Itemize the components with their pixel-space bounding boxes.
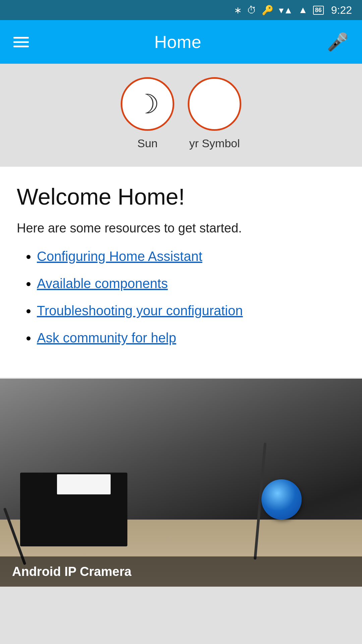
- community-link[interactable]: Ask community for help: [37, 330, 176, 345]
- widget-circles: ☽ Sun yr Symbol: [121, 77, 241, 150]
- status-icons: ∗ ⏱ 🔑 ▾▲ ▲ 86 9:22: [234, 4, 352, 16]
- list-item: Troubleshooting your configuration: [37, 303, 345, 318]
- sun-label: Sun: [137, 137, 158, 150]
- welcome-subtitle: Here are some resources to get started.: [17, 221, 345, 235]
- status-time: 9:22: [331, 4, 352, 16]
- camera-label: Android IP Cramera: [12, 565, 131, 579]
- sun-circle: ☽: [121, 77, 174, 131]
- camera-section: Android IP Cramera: [0, 379, 362, 587]
- configuring-link[interactable]: Configuring Home Assistant: [37, 249, 202, 264]
- black-box: [20, 473, 127, 546]
- app-title: Home: [154, 32, 201, 52]
- wifi-icon: ▾▲: [279, 5, 293, 16]
- camera-background: Android IP Cramera: [0, 379, 362, 587]
- hamburger-line-2: [13, 41, 29, 43]
- mic-icon[interactable]: 🎤: [327, 32, 349, 52]
- vpn-icon: 🔑: [262, 5, 274, 16]
- troubleshooting-link[interactable]: Troubleshooting your configuration: [37, 303, 243, 318]
- components-link[interactable]: Available components: [37, 276, 168, 291]
- list-item: Configuring Home Assistant: [37, 249, 345, 264]
- yr-label: yr Symbol: [189, 137, 240, 150]
- hamburger-line-1: [13, 37, 29, 39]
- welcome-card: Welcome Home! Here are some resources to…: [0, 167, 362, 378]
- sun-widget[interactable]: ☽ Sun: [121, 77, 174, 150]
- battery-icon: 86: [313, 6, 324, 15]
- list-item: Available components: [37, 276, 345, 291]
- yr-circle: [188, 77, 241, 131]
- bluetooth-icon: ∗: [234, 5, 242, 16]
- status-bar: ∗ ⏱ 🔑 ▾▲ ▲ 86 9:22: [0, 0, 362, 20]
- welcome-title: Welcome Home!: [17, 183, 345, 210]
- app-bar: Home 🎤: [0, 20, 362, 64]
- moon-symbol: ☽: [135, 89, 160, 120]
- qr-label: [57, 474, 111, 494]
- alarm-icon: ⏱: [247, 5, 256, 16]
- blue-sphere: [261, 479, 302, 520]
- resource-list: Configuring Home Assistant Available com…: [17, 249, 345, 345]
- hamburger-line-3: [13, 46, 29, 47]
- signal-icon: ▲: [298, 5, 308, 15]
- widget-area: ☽ Sun yr Symbol: [0, 64, 362, 167]
- yr-widget[interactable]: yr Symbol: [188, 77, 241, 150]
- list-item: Ask community for help: [37, 330, 345, 345]
- camera-label-bar: Android IP Cramera: [0, 556, 362, 587]
- menu-button[interactable]: [13, 37, 29, 47]
